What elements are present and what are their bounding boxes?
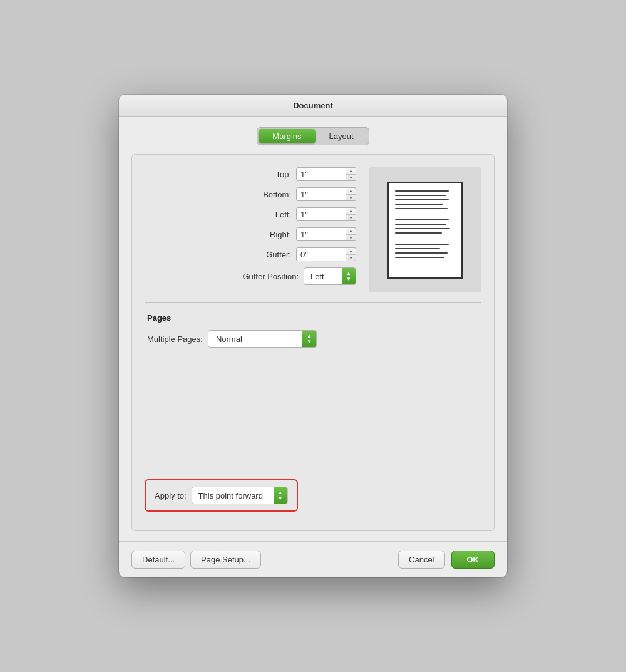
right-spinner-up-icon[interactable]: ▲ (346, 228, 356, 235)
multiple-pages-label: Multiple Pages: (147, 334, 203, 344)
top-input-group: ▲ ▼ (296, 167, 356, 181)
gutter-label: Gutter: (222, 250, 291, 259)
left-input[interactable] (296, 207, 346, 221)
bottom-spinner-down-icon[interactable]: ▼ (346, 195, 356, 201)
left-label: Left: (222, 210, 291, 219)
page-setup-button[interactable]: Page Setup... (190, 551, 261, 569)
section-divider (145, 302, 481, 303)
apply-to-label: Apply to: (155, 491, 187, 500)
cancel-button[interactable]: Cancel (398, 551, 444, 569)
footer: Default... Page Setup... Cancel OK (119, 541, 507, 577)
spacer (145, 348, 481, 473)
right-input-group: ▲ ▼ (296, 227, 356, 241)
right-spinner[interactable]: ▲ ▼ (346, 227, 356, 241)
bottom-spinner-up-icon[interactable]: ▲ (346, 188, 356, 195)
bottom-input-group: ▲ ▼ (296, 187, 356, 201)
right-label: Right: (222, 230, 291, 239)
apply-to-select[interactable]: This point forward ▲ ▼ (192, 487, 288, 504)
apply-to-value: This point forward (192, 488, 274, 503)
tab-layout[interactable]: Layout (316, 129, 367, 143)
tabs-container: Margins Layout (131, 127, 495, 145)
bottom-label: Bottom: (222, 190, 291, 199)
gutter-input-group: ▲ ▼ (296, 247, 356, 261)
gutter-spinner[interactable]: ▲ ▼ (346, 247, 356, 261)
gutter-position-row: Gutter Position: Left ▲ ▼ (145, 267, 356, 285)
top-spinner-down-icon[interactable]: ▼ (346, 175, 356, 181)
gutter-input[interactable] (296, 247, 346, 261)
bottom-spinner[interactable]: ▲ ▼ (346, 187, 356, 201)
gutter-spinner-up-icon[interactable]: ▲ (346, 248, 356, 255)
multiple-pages-arrow-icon[interactable]: ▲ ▼ (302, 331, 316, 347)
multiple-pages-select[interactable]: Normal ▲ ▼ (208, 330, 317, 348)
content-area: Top: ▲ ▼ Bottom: (131, 154, 495, 531)
gutter-row: Gutter: ▲ ▼ (145, 247, 356, 261)
top-spinner[interactable]: ▲ ▼ (346, 167, 356, 181)
title-bar: Document (119, 95, 507, 117)
ok-button[interactable]: OK (451, 551, 495, 569)
margins-layout: Top: ▲ ▼ Bottom: (145, 167, 481, 292)
gutter-position-value: Left (304, 270, 342, 283)
bottom-input[interactable] (296, 187, 346, 201)
apply-to-arrow-icon[interactable]: ▲ ▼ (274, 487, 287, 504)
gutter-position-arrow-icon[interactable]: ▲ ▼ (342, 268, 356, 284)
margins-fields: Top: ▲ ▼ Bottom: (145, 167, 356, 292)
top-input[interactable] (296, 167, 346, 181)
top-label: Top: (222, 170, 291, 179)
dialog-body: Margins Layout Top: ▲ ▼ (119, 117, 507, 541)
left-row: Left: ▲ ▼ (145, 207, 356, 221)
tab-margins[interactable]: Margins (259, 129, 315, 143)
default-button[interactable]: Default... (131, 551, 185, 569)
apply-section: Apply to: This point forward ▲ ▼ (145, 473, 481, 518)
multiple-pages-row: Multiple Pages: Normal ▲ ▼ (147, 330, 479, 348)
right-spinner-down-icon[interactable]: ▼ (346, 235, 356, 241)
right-input[interactable] (296, 227, 346, 241)
footer-left: Default... Page Setup... (131, 551, 261, 569)
gutter-spinner-down-icon[interactable]: ▼ (346, 255, 356, 261)
top-spinner-up-icon[interactable]: ▲ (346, 168, 356, 175)
left-input-group: ▲ ▼ (296, 207, 356, 221)
right-row: Right: ▲ ▼ (145, 227, 356, 241)
tab-group: Margins Layout (257, 127, 369, 145)
page-preview-area (369, 167, 481, 292)
gutter-position-select[interactable]: Left ▲ ▼ (304, 267, 356, 285)
bottom-row: Bottom: ▲ ▼ (145, 187, 356, 201)
left-spinner-down-icon[interactable]: ▼ (346, 215, 356, 221)
left-spinner[interactable]: ▲ ▼ (346, 207, 356, 221)
multiple-pages-value: Normal (208, 332, 302, 346)
dialog-title: Document (293, 101, 333, 110)
left-spinner-up-icon[interactable]: ▲ (346, 208, 356, 215)
footer-right: Cancel OK (398, 551, 495, 569)
top-row: Top: ▲ ▼ (145, 167, 356, 181)
pages-section-title: Pages (147, 313, 479, 323)
document-dialog: Document Margins Layout Top: (119, 95, 507, 577)
gutter-position-label: Gutter Position: (230, 272, 299, 281)
apply-to-wrapper: Apply to: This point forward ▲ ▼ (145, 479, 298, 512)
pages-section: Pages Multiple Pages: Normal ▲ ▼ (145, 313, 481, 348)
page-preview (387, 182, 463, 279)
